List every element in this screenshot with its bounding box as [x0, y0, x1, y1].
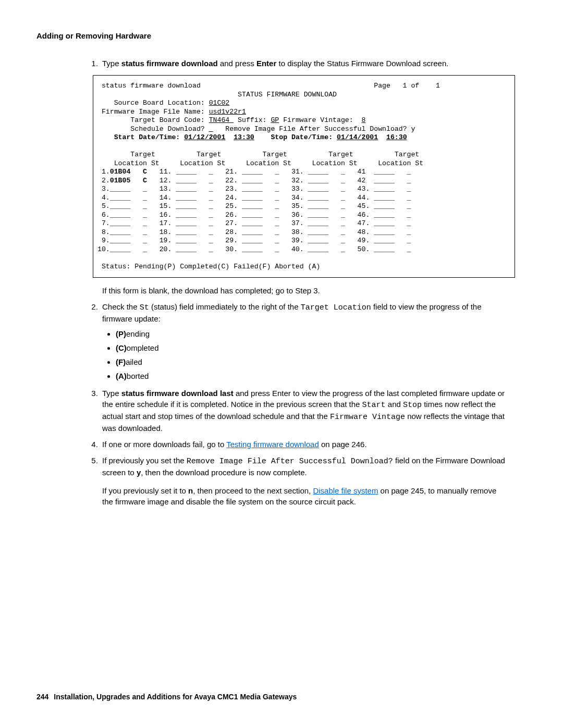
status-legend-list: (P)ending (C)ompleted (F)ailed (A)borted [102, 328, 506, 381]
command-status-firmware-download: status firmware download [121, 59, 218, 68]
step5-text-c: , then the download procedure is now com… [141, 468, 307, 477]
legend-a-text: borted [127, 372, 149, 380]
page: Adding or Removing Hardware Type status … [0, 0, 563, 728]
value-n: n [188, 486, 193, 495]
step-4: If one or more downloads fail, go to Tes… [100, 439, 506, 450]
legend-c-text: ompleted [127, 343, 159, 352]
step1-text-b: and press [218, 59, 256, 68]
link-disable-file-system[interactable]: Disable file system [313, 486, 378, 495]
step2-text-b: (status) field immediately to the right … [149, 302, 301, 311]
link-testing-firmware-download[interactable]: Testing firmware download [226, 440, 319, 449]
field-st: St [140, 303, 149, 312]
step4-text-b: on page 246. [319, 440, 367, 449]
legend-aborted: (A)borted [116, 371, 506, 381]
footer-title: Installation, Upgrades and Additions for… [54, 693, 297, 701]
step-2: Check the St (status) field immediately … [100, 301, 506, 381]
command-status-firmware-download-last: status firmware download last [121, 389, 234, 398]
legend-f-text: ailed [126, 357, 142, 366]
legend-p-text: ending [126, 329, 150, 338]
legend-f-bold: (F) [116, 357, 126, 366]
page-number: 244 [36, 693, 48, 701]
step1-note: If this form is blank, the download has … [102, 285, 506, 296]
step3-text-c: and [386, 400, 403, 409]
step1-text-c: to display the Status Firmware Download … [276, 59, 448, 68]
step1-text-a: Type [102, 59, 121, 68]
step5-text-e: , then proceed to the next section, [193, 486, 313, 495]
step5-text-a: If previously you set the [102, 456, 187, 465]
field-target-location: Target Location [301, 303, 371, 312]
legend-c-bold: (C) [116, 343, 127, 352]
legend-pending: (P)ending [116, 328, 506, 339]
step2-text-a: Check the [102, 302, 140, 311]
legend-failed: (F)ailed [116, 356, 506, 367]
steps-list: Type status firmware download and press … [89, 58, 506, 507]
field-start: Start [362, 401, 386, 410]
page-footer: 244Installation, Upgrades and Additions … [36, 693, 297, 701]
terminal-screen: status firmware download Page 1 of 1 STA… [93, 75, 515, 278]
step5-text-d: If you previously set it to [102, 486, 188, 495]
page-header: Adding or Removing Hardware [36, 31, 527, 40]
step-1: Type status firmware download and press … [100, 58, 506, 296]
main-content: Type status firmware download and press … [89, 58, 506, 507]
step3-text-a: Type [102, 389, 121, 398]
field-stop: Stop [403, 401, 422, 410]
legend-completed: (C)ompleted [116, 342, 506, 353]
key-enter: Enter [256, 59, 276, 68]
step-5: If previously you set the Remove Image F… [100, 455, 506, 507]
legend-a-bold: (A) [116, 372, 127, 380]
field-firmware-vintage: Firmware Vintage [330, 413, 405, 422]
step-3: Type status firmware download last and p… [100, 388, 506, 434]
step4-text-a: If one or more downloads fail, go to [102, 440, 226, 449]
value-y: y [137, 468, 141, 477]
legend-p-bold: (P) [116, 329, 126, 338]
field-remove-image: Remove Image File After Successful Downl… [187, 457, 393, 466]
